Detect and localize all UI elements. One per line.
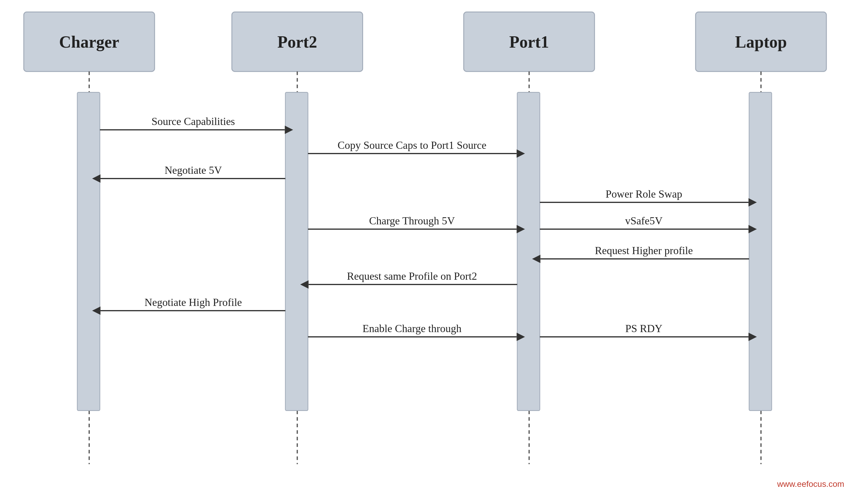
actor-port2-label: Port2 — [277, 33, 317, 51]
label-power-role-swap: Power Role Swap — [606, 188, 682, 200]
label-vsafe5v: vSafe5V — [625, 215, 662, 227]
label-request-same-profile: Request same Profile on Port2 — [347, 270, 477, 282]
diagram-container: Charger Port2 Port1 Laptop — [0, 0, 868, 491]
label-source-caps: Source Capabilities — [151, 115, 235, 127]
label-charge-through-5v: Charge Through 5V — [369, 215, 455, 227]
sequence-diagram: Charger Port2 Port1 Laptop — [0, 0, 868, 491]
activation-bar-charger — [77, 92, 100, 411]
activation-bar-laptop — [749, 92, 772, 411]
actor-laptop-label: Laptop — [735, 33, 787, 51]
actor-port1-label: Port1 — [509, 33, 549, 51]
label-negotiate-5v: Negotiate 5V — [164, 164, 222, 176]
watermark: www.eefocus.com — [777, 480, 844, 489]
activation-bar-port2 — [285, 92, 308, 411]
actor-charger-label: Charger — [59, 33, 119, 51]
activation-bar-port1 — [517, 92, 540, 411]
label-negotiate-high-profile: Negotiate High Profile — [145, 296, 242, 308]
label-copy-source-caps: Copy Source Caps to Port1 Source — [338, 139, 487, 151]
label-enable-charge-through: Enable Charge through — [363, 323, 462, 335]
label-request-higher-profile: Request Higher profile — [595, 244, 693, 257]
label-ps-rdy: PS RDY — [625, 323, 662, 335]
